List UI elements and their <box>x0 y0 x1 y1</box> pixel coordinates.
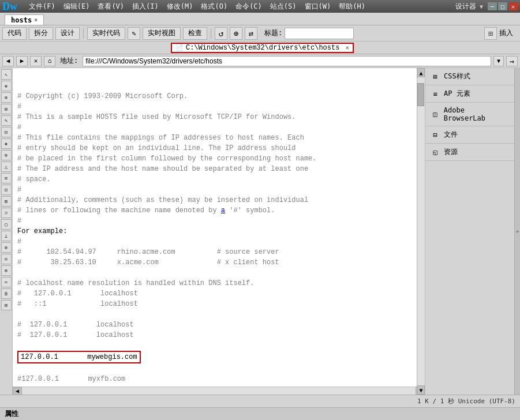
edit-icon-button[interactable]: ✎ <box>128 27 140 40</box>
vertical-scrollbar[interactable]: ▲ ▼ <box>417 68 425 395</box>
property-bar: 属性 <box>0 407 520 420</box>
menu-window[interactable]: 窗口(W) <box>301 1 335 12</box>
editor-area: # Copyright (c) 1993-2009 Microsoft Corp… <box>13 68 425 395</box>
horizontal-scrollbar[interactable]: ◀ ▶ <box>13 387 425 395</box>
browserlab-icon: ◫ <box>430 110 440 118</box>
filepath-icon: 📄 <box>175 44 184 51</box>
editor-line: # Additionally, comments (such as these)… <box>17 195 420 205</box>
inspect-button[interactable]: 检查 <box>183 27 207 40</box>
browse-icon-button[interactable]: ⊕ <box>230 27 242 40</box>
window-close-button[interactable]: ✕ <box>508 2 518 10</box>
menu-site[interactable]: 站点(S) <box>267 1 300 12</box>
split-view-button[interactable]: 拆分 <box>29 27 53 40</box>
panel-item-ap[interactable]: ≡ AP 元素 <box>425 85 514 103</box>
nav-stop-button[interactable]: ✕ <box>30 56 42 66</box>
address-dropdown-button[interactable]: ▼ <box>493 56 504 66</box>
tool-20[interactable]: ≣ <box>1 288 12 299</box>
nav-back-button[interactable]: ◀ <box>2 56 14 66</box>
filepath-bar: 📄 C:\Windows\System32\drivers\etc\hosts … <box>0 42 520 54</box>
editor-line: # 38.25.63.10 x.acme.com # x client host <box>17 257 420 268</box>
tool-11[interactable]: ⊡ <box>1 185 12 195</box>
tool-6[interactable]: ⊟ <box>1 127 12 137</box>
toolbar-separator-2 <box>211 28 211 39</box>
tool-arrow[interactable]: ↖ <box>1 69 12 80</box>
refresh-icon-button[interactable]: ↺ <box>215 27 227 40</box>
live-code-button[interactable]: 实时代码 <box>87 27 125 40</box>
editor-line: # 127.0.0.1 localhost <box>17 330 420 340</box>
editor-line: # 127.0.0.1 localhost <box>17 320 420 330</box>
editor-content: # Copyright (c) 1993-2009 Microsoft Corp… <box>13 68 425 387</box>
live-view-button[interactable]: 实时视图 <box>143 27 181 40</box>
design-view-button[interactable]: 设计 <box>55 27 80 40</box>
tool-13[interactable]: ⊃ <box>1 208 12 218</box>
scroll-thumb[interactable] <box>417 83 424 106</box>
editor-line: # 127.0.0.1 localhost <box>17 288 420 299</box>
tool-16[interactable]: ⊕ <box>1 242 12 253</box>
tab-hosts[interactable]: hosts × <box>5 14 44 25</box>
panel-item-css[interactable]: ⊞ CSS样式 <box>425 68 514 85</box>
scroll-track[interactable] <box>417 77 425 385</box>
tool-select[interactable]: ✥ <box>1 81 12 91</box>
panel-collapse-button[interactable]: » <box>514 68 520 395</box>
tool-5[interactable]: ✎ <box>1 115 12 126</box>
menu-help[interactable]: 帮助(H) <box>335 1 369 12</box>
menu-edit[interactable]: 编辑(E) <box>60 1 93 12</box>
tab-close-button[interactable]: × <box>34 17 38 23</box>
menu-format[interactable]: 格式(O) <box>197 1 231 12</box>
filepath-close-icon[interactable]: ✕ <box>345 44 349 51</box>
menu-modify[interactable]: 修改(M) <box>163 1 197 12</box>
tool-18[interactable]: ⊚ <box>1 265 12 276</box>
files-icon: ⊟ <box>430 131 440 139</box>
tool-19[interactable]: ≈ <box>1 277 12 287</box>
editor-line: # This file contains the mappings of IP … <box>17 133 420 143</box>
tool-8[interactable]: ⊗ <box>1 150 12 160</box>
tool-12[interactable]: ⊠ <box>1 196 12 207</box>
menu-view[interactable]: 查看(V) <box>94 1 128 12</box>
menu-bar: 文件(F) 编辑(E) 查看(V) 插入(I) 修改(M) 格式(O) 命令(C… <box>25 1 369 12</box>
scroll-left-button[interactable]: ◀ <box>13 387 22 395</box>
scroll-up-button[interactable]: ▲ <box>417 68 425 77</box>
editor-scroll[interactable]: # Copyright (c) 1993-2009 Microsoft Corp… <box>13 68 425 387</box>
title-input[interactable] <box>285 28 354 39</box>
tool-14[interactable]: ◯ <box>1 219 12 230</box>
tool-17[interactable]: ⊙ <box>1 254 12 264</box>
editor-line: # entry should be kept on an individual … <box>17 143 420 153</box>
panel-item-assets[interactable]: ◱ 资源 <box>425 144 514 161</box>
designer-arrow[interactable]: ▼ <box>480 3 483 10</box>
scroll-down-button[interactable]: ▼ <box>417 385 425 395</box>
tool-10[interactable]: ≡ <box>1 173 12 183</box>
nav-home-button[interactable]: ⌂ <box>44 56 55 66</box>
assets-icon: ◱ <box>430 148 440 156</box>
menu-insert[interactable]: 插入(I) <box>129 1 162 12</box>
filepath-box: 📄 C:\Windows\System32\drivers\etc\hosts … <box>171 43 354 53</box>
titlebar-left: Dw 文件(F) 编辑(E) 查看(V) 插入(I) 修改(M) 格式(O) 命… <box>2 1 369 13</box>
editor-line: # <box>17 237 420 247</box>
panel-css-label: CSS样式 <box>444 72 470 81</box>
address-go-button[interactable]: → <box>506 56 518 66</box>
editor-line: 127.0.0.1 mywebgis.com <box>17 351 420 363</box>
tool-9[interactable]: △ <box>1 162 12 172</box>
panel-ap-label: AP 元素 <box>444 89 470 99</box>
address-input[interactable] <box>83 56 491 66</box>
tool-7[interactable]: ◈ <box>1 138 12 149</box>
panel-item-browserlab[interactable]: ◫ Adobe BrowserLab <box>425 103 514 126</box>
panel-item-files[interactable]: ⊟ 文件 <box>425 126 514 144</box>
code-view-button[interactable]: 代码 <box>2 27 27 40</box>
window-maximize-button[interactable]: □ <box>498 2 507 10</box>
editor-line: # <box>17 102 420 112</box>
tool-15[interactable]: ⟂ <box>1 231 12 241</box>
tool-3[interactable]: ⊕ <box>1 92 12 103</box>
sync-icon-button[interactable]: ⇄ <box>245 27 257 40</box>
nav-forward-button[interactable]: ▶ <box>16 56 28 66</box>
main-toolbar: 代码 拆分 设计 实时代码 ✎ 实时视图 检查 ↺ ⊕ ⇄ 标题: ⊞ 插入 <box>0 25 520 42</box>
tool-21[interactable]: ⊞ <box>1 300 12 310</box>
menu-file[interactable]: 文件(F) <box>25 1 59 12</box>
designer-label: 设计器 <box>455 2 476 12</box>
insert-icon[interactable]: ⊞ <box>484 27 497 40</box>
menu-command[interactable]: 命令(C) <box>232 1 265 12</box>
window-minimize-button[interactable]: ─ <box>488 2 497 10</box>
tool-4[interactable]: ⊞ <box>1 104 12 114</box>
editor-line: # <box>17 185 420 195</box>
editor-line: # localhost name resolution is handled w… <box>17 278 420 288</box>
editor-line: # space. <box>17 174 420 185</box>
